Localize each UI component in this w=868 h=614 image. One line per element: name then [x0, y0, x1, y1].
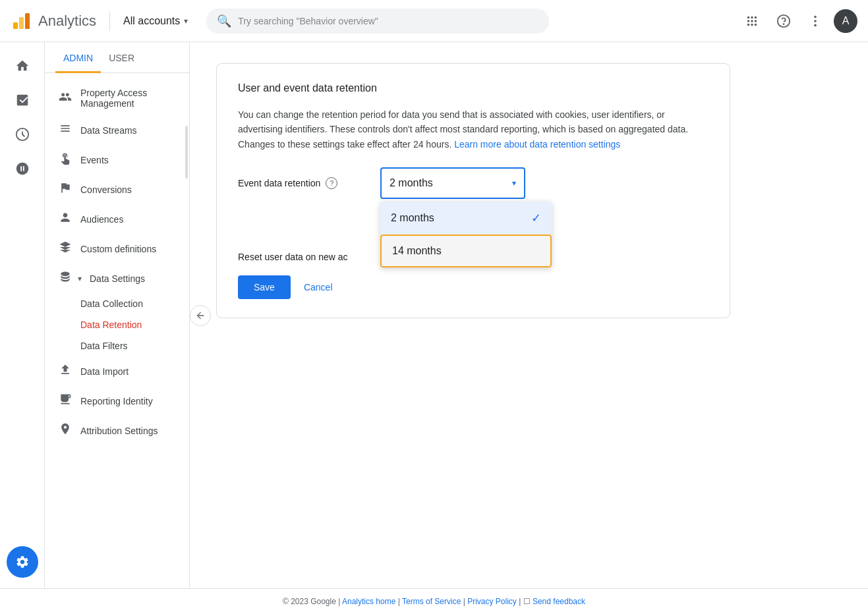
attribution-settings-icon — [58, 422, 72, 439]
data-settings-icon — [58, 270, 72, 287]
custom-definitions-icon — [58, 240, 72, 257]
sidebar-item-reporting-identity[interactable]: Reporting Identity — [45, 386, 189, 416]
reports-icon[interactable] — [7, 84, 38, 116]
header: Analytics All accounts ▾ 🔍 Try searching… — [0, 0, 868, 42]
svg-point-6 — [814, 20, 817, 22]
tab-admin[interactable]: ADMIN — [55, 42, 101, 73]
check-icon: ✓ — [531, 211, 541, 225]
retention-card: User and event data retention You can ch… — [216, 63, 730, 318]
explore-icon[interactable] — [7, 119, 38, 150]
icon-sidebar — [0, 42, 45, 588]
sidebar-item-data-retention[interactable]: Data Retention — [45, 314, 189, 335]
send-feedback-link[interactable]: Send feedback — [533, 597, 585, 606]
app-name: Analytics — [38, 13, 96, 30]
property-access-label: Property Access Management — [80, 88, 176, 109]
data-import-label: Data Import — [80, 366, 129, 377]
header-divider — [109, 11, 110, 31]
option-14months-label: 14 months — [392, 245, 442, 257]
data-streams-label: Data Streams — [80, 125, 137, 136]
sidebar-item-conversions[interactable]: Conversions — [45, 175, 189, 204]
events-label: Events — [80, 155, 109, 165]
main-layout: ADMIN USER Property Access Management — [0, 42, 868, 588]
audiences-label: Audiences — [80, 214, 123, 225]
custom-definitions-label: Custom definitions — [80, 244, 156, 254]
sidebar-item-custom-definitions[interactable]: Custom definitions — [45, 234, 189, 264]
retention-dropdown: 2 months ✓ 14 months — [380, 202, 552, 267]
events-icon — [58, 152, 72, 168]
conversions-label: Conversions — [80, 184, 132, 195]
more-options-icon[interactable] — [802, 8, 828, 34]
logo-area: Analytics — [11, 11, 96, 32]
cancel-button[interactable]: Cancel — [296, 275, 341, 299]
sidebar-item-data-filters[interactable]: Data Filters — [45, 335, 189, 356]
footer: © 2023 Google | Analytics home | Terms o… — [0, 588, 868, 614]
settings-icon[interactable] — [7, 546, 38, 578]
dropdown-item-2months[interactable]: 2 months ✓ — [380, 202, 552, 235]
svg-point-5 — [814, 15, 817, 18]
help-icon[interactable] — [770, 8, 797, 34]
svg-point-7 — [814, 24, 817, 26]
svg-rect-1 — [19, 17, 24, 29]
account-dropdown-arrow: ▾ — [184, 16, 188, 26]
attribution-settings-label: Attribution Settings — [80, 426, 158, 436]
sidebar-item-data-streams[interactable]: Data Streams — [45, 115, 189, 145]
content-area: User and event data retention You can ch… — [190, 42, 868, 588]
data-settings-expand-icon: ▾ — [78, 274, 82, 283]
terms-link[interactable]: Terms of Service — [402, 597, 461, 606]
back-button[interactable] — [190, 305, 211, 326]
event-retention-help-icon[interactable]: ? — [326, 177, 337, 189]
nav-scroll-area: Property Access Management Data Streams — [45, 73, 189, 588]
search-bar[interactable]: 🔍 Try searching "Behavior overview" — [206, 9, 549, 34]
tab-user[interactable]: USER — [101, 42, 142, 73]
event-retention-label: Event data retention ? — [238, 177, 370, 189]
nav-panel: ADMIN USER Property Access Management — [45, 42, 190, 588]
selected-value: 2 months — [390, 177, 433, 189]
data-settings-label: Data Settings — [90, 273, 145, 284]
header-actions: A — [739, 8, 857, 34]
button-row: Save Cancel — [238, 275, 709, 299]
event-retention-select[interactable]: 2 months ▾ — [380, 167, 525, 199]
sidebar-item-attribution-settings[interactable]: Attribution Settings — [45, 416, 189, 445]
save-button[interactable]: Save — [238, 275, 291, 299]
apps-icon[interactable] — [739, 8, 765, 34]
reporting-identity-icon — [58, 393, 72, 409]
avatar[interactable]: A — [834, 9, 857, 33]
svg-rect-0 — [13, 22, 18, 29]
data-streams-icon — [58, 122, 72, 138]
analytics-home-link[interactable]: Analytics home — [342, 597, 395, 606]
advertising-icon[interactable] — [7, 153, 38, 184]
property-access-icon — [58, 90, 72, 107]
search-icon: 🔍 — [217, 14, 231, 28]
nav-tabs: ADMIN USER — [45, 42, 189, 73]
home-icon[interactable] — [7, 50, 38, 82]
search-placeholder: Try searching "Behavior overview" — [238, 16, 378, 26]
dropdown-item-14months[interactable]: 14 months — [380, 235, 552, 267]
sidebar-item-audiences[interactable]: Audiences — [45, 204, 189, 234]
card-title: User and event data retention — [238, 82, 709, 94]
conversions-icon — [58, 181, 72, 198]
nav-items: Property Access Management Data Streams — [45, 73, 189, 453]
audiences-icon — [58, 211, 72, 227]
event-retention-row: Event data retention ? 2 months ▾ 2 mont… — [238, 167, 709, 199]
copyright: © 2023 Google — [283, 597, 336, 606]
sidebar-item-data-collection[interactable]: Data Collection — [45, 293, 189, 314]
account-name: All accounts — [123, 15, 180, 27]
sidebar-item-events[interactable]: Events — [45, 145, 189, 175]
svg-rect-2 — [25, 13, 30, 29]
learn-more-link[interactable]: Learn more about data retention settings — [454, 139, 620, 150]
data-import-icon — [58, 363, 72, 379]
sidebar-item-data-import[interactable]: Data Import — [45, 356, 189, 386]
privacy-link[interactable]: Privacy Policy — [467, 597, 517, 606]
option-2months-label: 2 months — [391, 212, 434, 224]
nav-panel-wrapper: ADMIN USER Property Access Management — [45, 42, 190, 588]
sidebar-item-property-access[interactable]: Property Access Management — [45, 81, 189, 115]
analytics-logo-icon — [11, 11, 32, 32]
card-description: You can change the retention period for … — [238, 107, 709, 152]
account-selector[interactable]: All accounts ▾ — [123, 15, 188, 27]
reporting-identity-label: Reporting Identity — [80, 396, 153, 406]
event-retention-select-wrapper: 2 months ▾ 2 months ✓ 14 months — [380, 167, 525, 199]
select-arrow-icon: ▾ — [512, 179, 516, 188]
reset-user-label: Reset user data on new ac — [238, 252, 370, 262]
sidebar-item-data-settings[interactable]: ▾ Data Settings — [45, 264, 189, 293]
